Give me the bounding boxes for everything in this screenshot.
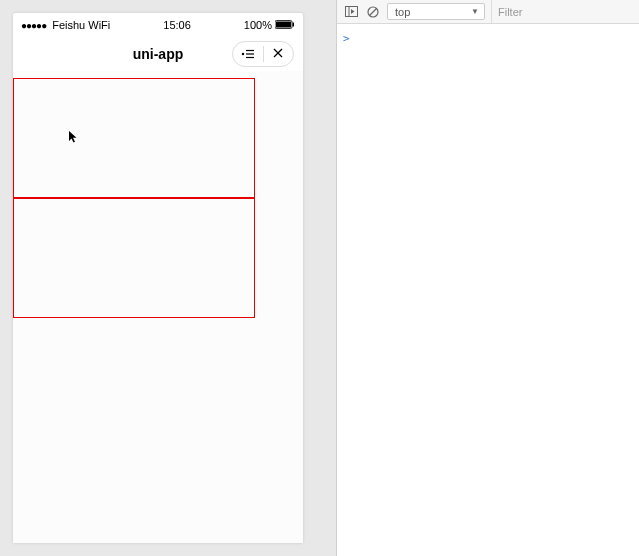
page-title: uni-app [133, 46, 184, 62]
context-selector[interactable]: top ▼ [387, 3, 485, 20]
simulator-panel: ●●●●● Feishu WiFi 15:06 100% uni-app [0, 0, 336, 556]
capsule-menu-button[interactable] [233, 42, 263, 66]
battery-icon [275, 19, 295, 31]
status-bar: ●●●●● Feishu WiFi 15:06 100% [13, 13, 303, 37]
capsule-close-button[interactable] [264, 42, 294, 66]
close-icon [272, 46, 284, 62]
console-toolbar: top ▼ [337, 0, 639, 24]
chevron-down-icon: ▼ [471, 7, 479, 16]
battery-percent: 100% [244, 19, 272, 31]
svg-marker-11 [351, 9, 355, 14]
context-selector-value: top [395, 6, 410, 18]
menu-icon [241, 46, 255, 62]
devtools-panel: top ▼ > [336, 0, 639, 556]
signal-strength: ●●●●● [21, 20, 46, 31]
content-box-1 [13, 78, 255, 198]
navigation-bar: uni-app [13, 37, 303, 71]
capsule-group [232, 41, 294, 67]
svg-rect-2 [293, 23, 295, 27]
console-prompt: > [343, 32, 350, 45]
carrier-label: Feishu WiFi [52, 19, 110, 31]
filter-input[interactable] [498, 6, 633, 18]
console-output[interactable]: > [337, 24, 639, 556]
clear-console-button[interactable] [365, 4, 381, 20]
svg-rect-1 [276, 22, 291, 28]
content-box-2 [13, 198, 255, 318]
filter-wrap [491, 0, 633, 23]
svg-line-13 [370, 8, 377, 15]
toggle-sidebar-button[interactable] [343, 4, 359, 20]
svg-point-3 [242, 53, 244, 55]
device-frame: ●●●●● Feishu WiFi 15:06 100% uni-app [13, 13, 303, 543]
page-content[interactable] [13, 71, 303, 543]
clock: 15:06 [163, 19, 191, 31]
